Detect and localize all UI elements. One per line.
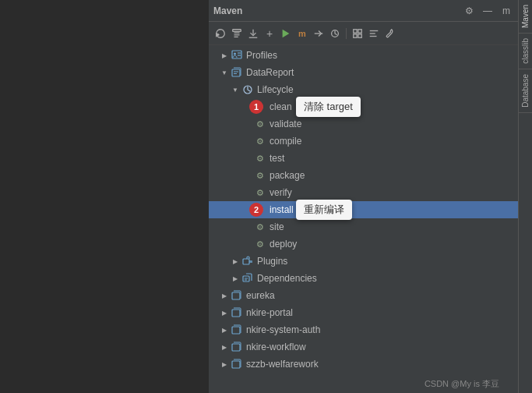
maven-panel-title: Maven <box>213 5 242 16</box>
refresh-button[interactable] <box>213 27 227 41</box>
test-gear-icon: ⚙ <box>254 152 266 165</box>
tree-item-dependencies[interactable]: Dependencies <box>209 270 518 287</box>
tree-item-package[interactable]: ⚙ package <box>209 167 518 184</box>
minimize-button[interactable]: — <box>481 4 495 18</box>
maven-header: Maven ⚙ — m <box>209 0 518 22</box>
datareport-icon <box>231 66 243 79</box>
sidebar-tab-maven-label: Maven <box>521 5 530 28</box>
svg-rect-31 <box>232 327 240 334</box>
package-arrow <box>241 171 252 180</box>
nkire-workflow-label: nkire-workflow <box>246 342 306 352</box>
close-button[interactable]: m <box>499 4 513 18</box>
tree-item-lifecycle[interactable]: Lifecycle <box>209 81 518 98</box>
tree-item-nkire-system-auth[interactable]: nkire-system-auth <box>209 321 518 338</box>
lifecycle-button[interactable] <box>351 27 365 41</box>
svg-point-17 <box>234 53 236 55</box>
profiles-icon <box>231 49 243 62</box>
tree-item-nkire-portal[interactable]: nkire-portal <box>209 304 518 321</box>
svg-rect-10 <box>358 29 361 32</box>
svg-rect-9 <box>354 29 357 32</box>
clean-arrow <box>241 102 252 112</box>
verify-arrow <box>241 188 252 197</box>
site-gear-icon: ⚙ <box>254 221 266 233</box>
tree-item-verify[interactable]: ⚙ verify <box>209 184 518 201</box>
package-label: package <box>270 170 305 181</box>
maven-run-button[interactable]: m <box>295 27 309 41</box>
dependencies-icon <box>241 272 254 285</box>
datareport-label: DataReport <box>246 67 294 78</box>
verify-gear-icon: ⚙ <box>254 186 266 199</box>
nkire-system-auth-arrow <box>220 325 229 335</box>
szzb-welfarework-label: szzb-welfarework <box>246 359 319 370</box>
tree-item-clean[interactable]: ⚙ clean 1 清除 target <box>209 98 518 115</box>
add-button[interactable]: + <box>262 27 277 41</box>
watermark: CSDN @My is 李豆 <box>425 378 499 390</box>
eureka-icon <box>231 289 243 302</box>
nkire-workflow-icon <box>231 341 243 353</box>
validate-label: validate <box>270 119 301 129</box>
lifecycle-label: Lifecycle <box>257 84 294 95</box>
site-label: site <box>270 221 284 232</box>
sidebar-tab-database-label: Database <box>521 74 530 108</box>
validate-gear-icon: ⚙ <box>254 118 266 130</box>
svg-marker-6 <box>283 29 290 37</box>
profiles-arrow <box>220 51 229 60</box>
lifecycle-icon <box>241 83 254 96</box>
sidebar-tab-maven[interactable]: Maven <box>519 0 533 34</box>
profiles-label: Profiles <box>246 50 277 61</box>
verify-label: verify <box>270 187 292 198</box>
eureka-label: eureka <box>246 290 275 301</box>
install-arrow <box>241 205 252 214</box>
svg-rect-30 <box>232 310 240 317</box>
szzb-welfarework-arrow <box>220 359 229 369</box>
tree-item-install[interactable]: ⚙ install 2 重新编译 <box>209 201 518 218</box>
szzb-welfarework-icon <box>231 358 243 370</box>
dependencies-label: Dependencies <box>257 273 317 284</box>
tree-item-profiles[interactable]: Profiles <box>209 47 518 64</box>
site-arrow <box>241 222 252 232</box>
test-arrow <box>241 154 252 163</box>
right-sidebar: Maven classlib Database <box>518 0 532 393</box>
update-button[interactable] <box>328 27 342 41</box>
clean-gear-icon: ⚙ <box>254 101 266 113</box>
tree-item-nkire-workflow[interactable]: nkire-workflow <box>209 338 518 356</box>
svg-rect-12 <box>358 34 361 37</box>
download-button[interactable] <box>246 27 260 41</box>
tree-item-test[interactable]: ⚙ test <box>209 150 518 167</box>
tree-item-plugins[interactable]: Plugins <box>209 253 518 270</box>
compile-arrow <box>241 136 252 146</box>
tree-item-validate[interactable]: ⚙ validate <box>209 115 518 133</box>
settings-button[interactable]: ⚙ <box>462 4 476 18</box>
sidebar-tab-database[interactable]: Database <box>519 69 533 113</box>
wrench-button[interactable] <box>383 27 397 41</box>
svg-rect-20 <box>232 69 240 76</box>
deploy-arrow <box>241 239 252 249</box>
test-label: test <box>270 153 284 164</box>
tree-item-compile[interactable]: ⚙ compile <box>209 133 518 150</box>
svg-rect-29 <box>232 292 240 299</box>
svg-rect-24 <box>243 259 249 264</box>
clean-tooltip-text: 清除 target <box>296 97 361 117</box>
collapse-button[interactable] <box>230 27 244 41</box>
tree-item-site[interactable]: ⚙ site <box>209 218 518 235</box>
plugins-label: Plugins <box>257 256 287 267</box>
lifecycle-arrow <box>231 85 240 94</box>
tree-item-deploy[interactable]: ⚙ deploy <box>209 235 518 253</box>
sidebar-tab-classlib-label: classlib <box>521 38 530 64</box>
toggle-button[interactable] <box>367 27 381 41</box>
tree-item-eureka[interactable]: eureka <box>209 287 518 304</box>
maven-panel: Maven ⚙ — m + m <box>209 0 518 393</box>
run-button[interactable] <box>279 27 293 41</box>
nkire-system-auth-icon <box>231 324 243 336</box>
deploy-gear-icon: ⚙ <box>254 238 266 250</box>
sidebar-tab-classlib[interactable]: classlib <box>519 34 533 69</box>
svg-rect-25 <box>249 260 252 263</box>
nkire-portal-arrow <box>220 308 229 317</box>
skip-button[interactable] <box>312 27 326 41</box>
compile-label: compile <box>270 136 301 147</box>
tree-item-datareport[interactable]: DataReport <box>209 64 518 81</box>
toolbar-separator <box>346 28 347 39</box>
svg-rect-32 <box>232 344 240 351</box>
nkire-system-auth-label: nkire-system-auth <box>246 324 320 335</box>
tree-item-szzb-welfarework[interactable]: szzb-welfarework <box>209 356 518 373</box>
